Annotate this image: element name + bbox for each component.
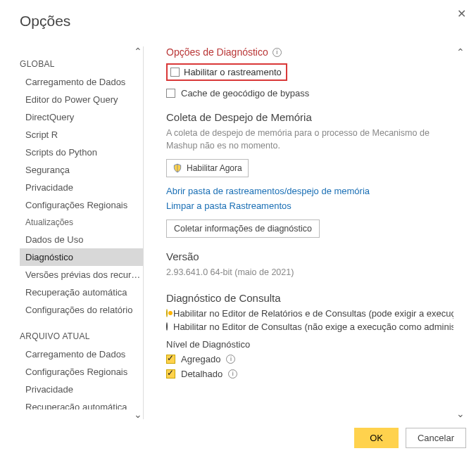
sidebar-item-report-settings[interactable]: Configurações do relatório: [20, 301, 143, 319]
diagnostic-options-heading: Opções de Diagnóstico i: [166, 46, 453, 58]
sidebar-item-regional-settings[interactable]: Configurações Regionais: [20, 196, 143, 214]
aggregated-info-icon[interactable]: i: [226, 355, 235, 364]
content-scroll-up-icon[interactable]: ⌃: [456, 46, 465, 58]
shield-icon: [173, 163, 182, 174]
dialog-body: ⌃ GLOBAL Carregamento de Dados Editor do…: [20, 46, 466, 419]
scroll-up-icon[interactable]: ⌃: [133, 46, 143, 56]
memory-dump-heading: Coleta de Despejo de Memória: [166, 111, 453, 123]
sidebar-item-auto-recovery[interactable]: Recuperação automática: [20, 284, 143, 301]
diagnostic-level-heading: Nível de Diagnóstico: [166, 339, 453, 350]
open-trace-folder-link[interactable]: Abrir pasta de rastreamentos/despejo de …: [166, 186, 453, 196]
sidebar-item-security[interactable]: Segurança: [20, 161, 143, 179]
memory-dump-description: A coleta de despejo de memória para o pr…: [166, 127, 453, 152]
sidebar-item-diagnostics[interactable]: Diagnóstico: [20, 248, 143, 266]
collect-diagnostic-button[interactable]: Coletar informações de diagnóstico: [166, 220, 320, 238]
sidebar-item-updates[interactable]: Atualizações: [20, 214, 143, 231]
enable-queries-only-radio[interactable]: [166, 322, 168, 331]
detailed-info-icon[interactable]: i: [228, 369, 237, 379]
sidebar: ⌃ GLOBAL Carregamento de Dados Editor do…: [20, 46, 143, 419]
info-icon[interactable]: i: [273, 48, 282, 57]
cancel-button[interactable]: Cancelar: [406, 428, 466, 448]
detailed-checkbox[interactable]: [166, 369, 175, 379]
sidebar-item-file-data-loading[interactable]: Carregamento de Dados: [20, 345, 143, 363]
clear-trace-folder-link[interactable]: Limpar a pasta Rastreamentos: [166, 201, 453, 211]
sidebar-item-directquery[interactable]: DirectQuery: [20, 108, 143, 126]
enable-reports-queries-label: Habilitar no Editor de Relatórios e de C…: [173, 308, 453, 319]
sidebar-item-r-script[interactable]: Script R: [20, 126, 143, 144]
sidebar-item-privacy[interactable]: Privacidade: [20, 179, 143, 196]
sidebar-item-power-query-editor[interactable]: Editor do Power Query: [20, 91, 143, 108]
sidebar-item-file-privacy[interactable]: Privacidade: [20, 381, 143, 398]
version-value: 2.93.641.0 64-bit (maio de 2021): [166, 267, 453, 279]
enable-now-label: Habilitar Agora: [187, 163, 242, 173]
enable-reports-queries-radio[interactable]: [166, 309, 168, 317]
dialog-title: Opções: [20, 13, 466, 30]
detailed-label: Detalhado: [181, 369, 223, 379]
ok-button[interactable]: OK: [354, 428, 399, 448]
content-scroll-down-icon[interactable]: ⌄: [456, 408, 465, 419]
enable-tracing-label: Habilitar o rastreamento: [184, 67, 282, 77]
sidebar-item-data-loading[interactable]: Carregamento de Dados: [20, 73, 143, 91]
options-dialog: ✕ Opções ⌃ GLOBAL Carregamento de Dados …: [0, 0, 476, 458]
sidebar-section-current-file: ARQUIVO ATUAL: [20, 329, 143, 345]
aggregated-checkbox[interactable]: [166, 355, 175, 364]
aggregated-label: Agregado: [181, 354, 220, 364]
sidebar-item-usage-data[interactable]: Dados de Uso: [20, 231, 143, 248]
enable-queries-only-label: Habilitar no Editor de Consultas (não ex…: [173, 322, 453, 332]
sidebar-item-preview-features[interactable]: Versões prévias dos recursos: [20, 266, 143, 284]
content-pane: ⌃ ⌄ Opções de Diagnóstico i Habilitar o …: [148, 46, 466, 419]
enable-now-button[interactable]: Habilitar Agora: [166, 159, 249, 177]
bypass-geocode-checkbox[interactable]: [166, 89, 175, 98]
sidebar-item-python-scripts[interactable]: Scripts do Python: [20, 144, 143, 161]
diagnostic-options-label: Opções de Diagnóstico: [166, 46, 268, 58]
query-diagnostics-heading: Diagnóstico de Consulta: [166, 292, 453, 304]
sidebar-item-file-auto-recovery[interactable]: Recuperação automática: [20, 398, 143, 409]
close-icon[interactable]: ✕: [457, 7, 466, 20]
enable-tracing-checkbox[interactable]: [170, 68, 180, 77]
version-heading: Versão: [166, 250, 453, 262]
dialog-footer: OK Cancelar: [20, 419, 466, 448]
bypass-geocode-label: Cache de geocódigo de bypass: [181, 88, 309, 98]
sidebar-item-file-regional-settings[interactable]: Configurações Regionais: [20, 363, 143, 381]
enable-tracing-highlight: Habilitar o rastreamento: [166, 63, 287, 81]
sidebar-section-global: GLOBAL: [20, 56, 143, 73]
scroll-down-icon[interactable]: ⌄: [133, 409, 143, 419]
vertical-divider: [143, 46, 144, 419]
